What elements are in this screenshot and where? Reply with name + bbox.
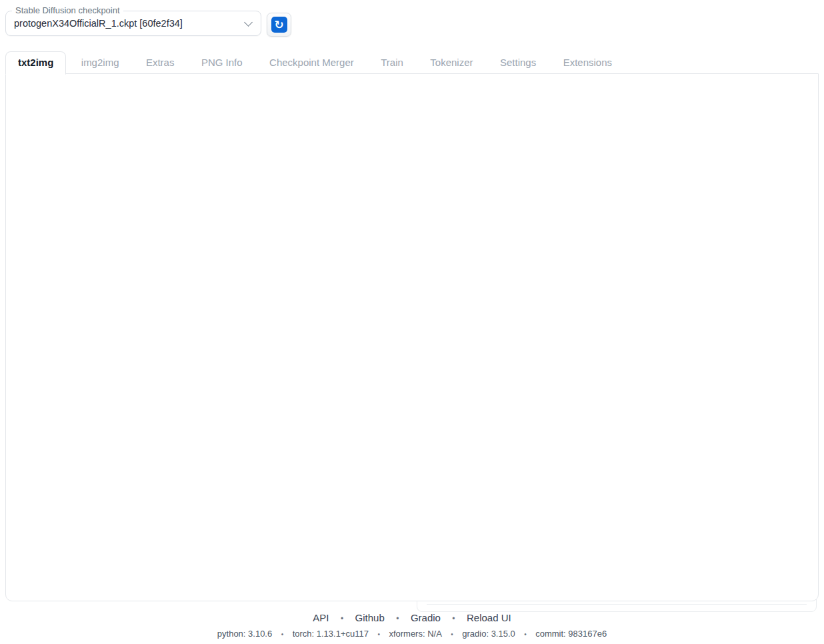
tab-extensions[interactable]: Extensions [551, 52, 624, 74]
tab-checkpoint-merger[interactable]: Checkpoint Merger [257, 52, 366, 74]
main-tabbar: txt2img img2img Extras PNG Info Checkpoi… [5, 51, 624, 75]
api-link[interactable]: API [313, 612, 329, 623]
checkpoint-value: protogenX34OfficialR_1.ckpt [60fe2f34] [6, 18, 245, 29]
github-link[interactable]: Github [355, 612, 385, 623]
reload-ui-link[interactable]: Reload UI [467, 612, 511, 623]
tab-img2img[interactable]: img2img [69, 52, 131, 74]
refresh-checkpoints-button[interactable]: ↻ [267, 13, 291, 37]
footer-links: API • Github • Gradio • Reload UI [0, 612, 824, 624]
tab-txt2img[interactable]: txt2img [5, 51, 66, 75]
checkpoint-label: Stable Diffusion checkpoint [12, 5, 123, 15]
stable-diffusion-webui: Stable Diffusion checkpoint protogenX34O… [0, 0, 824, 644]
tab-png-info[interactable]: PNG Info [189, 52, 255, 74]
chevron-down-icon [244, 18, 253, 27]
tab-train[interactable]: Train [369, 52, 415, 74]
tab-settings[interactable]: Settings [488, 52, 548, 74]
gradio-link[interactable]: Gradio [411, 612, 441, 623]
tab-tokenizer[interactable]: Tokenizer [418, 52, 485, 74]
tab-extras[interactable]: Extras [134, 52, 187, 74]
footer: API • Github • Gradio • Reload UI python… [0, 612, 824, 639]
txt2img-panel [5, 73, 819, 601]
checkpoint-select[interactable]: Stable Diffusion checkpoint protogenX34O… [5, 11, 261, 36]
footer-version-info: python: 3.10.6 • torch: 1.13.1+cu117 • x… [0, 627, 824, 639]
refresh-icon: ↻ [271, 17, 287, 33]
